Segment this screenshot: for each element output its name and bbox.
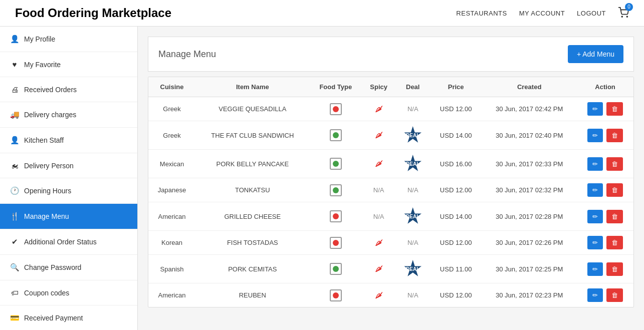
menu-table: CuisineItem NameFood TypeSpicyDealPriceC… — [148, 77, 633, 307]
coupon-codes-icon: 🏷 — [10, 288, 19, 297]
cell-action: ✏ 🗑 — [577, 121, 633, 150]
delivery-charges-icon: 🚚 — [10, 110, 19, 119]
add-menu-button[interactable]: + Add Menu — [568, 45, 623, 63]
cell-action: ✏ 🗑 — [577, 97, 633, 121]
edit-button[interactable]: ✏ — [587, 236, 603, 249]
sidebar-item-received-payment[interactable]: 💳 Received Payment — [0, 305, 137, 330]
na-deal: N/A — [407, 105, 418, 113]
cell-cuisine: Greek — [148, 121, 195, 150]
edit-button[interactable]: ✏ — [587, 288, 603, 302]
chili-icon: 🌶 — [375, 131, 383, 139]
sidebar-item-delivery-charges[interactable]: 🚚 Delivery charges — [0, 102, 137, 128]
cell-spicy: 🌶 — [362, 97, 395, 121]
sidebar-item-label: My Profile — [24, 35, 55, 43]
cell-food-type — [310, 97, 362, 121]
cell-item-name: PORK CEMITAS — [195, 255, 310, 283]
delete-button[interactable]: 🗑 — [606, 236, 623, 249]
delete-button[interactable]: 🗑 — [606, 210, 623, 223]
deal-badge: DEAL — [404, 126, 422, 144]
my-profile-icon: 👤 — [10, 35, 19, 44]
edit-button[interactable]: ✏ — [587, 129, 603, 142]
col-cuisine: Cuisine — [148, 77, 195, 97]
cell-item-name: TONKATSU — [195, 178, 310, 202]
edit-button[interactable]: ✏ — [587, 157, 603, 171]
sidebar-item-delivery-person[interactable]: 🏍 Delivery Person — [0, 153, 137, 178]
table-body: GreekVEGGIE QUESADILLA🌶N/AUSD 12.0030 Ju… — [148, 97, 633, 307]
delete-button[interactable]: 🗑 — [606, 129, 623, 142]
sidebar-item-label: Kitchen Staff — [24, 136, 64, 144]
sidebar-item-manage-menu[interactable]: 🍴 Manage Menu — [0, 204, 137, 229]
sidebar: 👤 My Profile♥ My Favorite🖨 Received Orde… — [0, 27, 138, 330]
change-password-icon: 🔍 — [10, 263, 19, 272]
cell-item-name: THE FAT CLUB SANDWICH — [195, 121, 310, 150]
sidebar-item-label: Manage Menu — [24, 212, 69, 220]
sidebar-item-opening-hours[interactable]: 🕐 Opening Hours — [0, 178, 137, 204]
sidebar-item-label: Opening Hours — [24, 187, 71, 195]
chili-icon: 🌶 — [375, 159, 383, 168]
food-type-indicator — [330, 237, 342, 249]
cell-cuisine: Korean — [148, 231, 195, 255]
sidebar-item-my-profile[interactable]: 👤 My Profile — [0, 27, 137, 52]
delete-button[interactable]: 🗑 — [606, 288, 623, 302]
col-food-type: Food Type — [310, 77, 362, 97]
cell-created: 30 Jun, 2017 02:32 PM — [482, 178, 577, 202]
cell-price: USD 14.00 — [430, 202, 482, 231]
cell-food-type — [310, 255, 362, 283]
cell-deal: N/A — [395, 231, 430, 255]
cell-action: ✏ 🗑 — [577, 150, 633, 178]
delete-button[interactable]: 🗑 — [606, 183, 623, 197]
cell-food-type — [310, 121, 362, 150]
sidebar-item-coupon-codes[interactable]: 🏷 Coupon codes — [0, 280, 137, 305]
cart-icon-wrap[interactable]: 0 — [618, 7, 629, 20]
cell-item-name: REUBEN — [195, 283, 310, 307]
cell-created: 30 Jun, 2017 02:28 PM — [482, 202, 577, 231]
cell-price: USD 16.00 — [430, 150, 482, 178]
sidebar-item-my-favorite[interactable]: ♥ My Favorite — [0, 52, 137, 77]
sidebar-item-change-password[interactable]: 🔍 Change Password — [0, 255, 137, 280]
delete-button[interactable]: 🗑 — [606, 157, 623, 171]
cart-badge: 0 — [625, 3, 633, 11]
sidebar-item-kitchen-staff[interactable]: 👤 Kitchen Staff — [0, 128, 137, 153]
cell-price: USD 11.00 — [430, 255, 482, 283]
edit-button[interactable]: ✏ — [587, 210, 603, 223]
table-row: MexicanPORK BELLY PANCAKE🌶DEALUSD 16.003… — [148, 150, 633, 178]
cell-spicy: 🌶 — [362, 231, 395, 255]
na-deal: N/A — [407, 291, 418, 299]
cell-spicy: N/A — [362, 202, 395, 231]
chili-icon: 🌶 — [375, 105, 383, 113]
cell-action: ✏ 🗑 — [577, 283, 633, 307]
nav-my-account[interactable]: MY ACCOUNT — [519, 10, 565, 17]
cell-deal: N/A — [395, 178, 430, 202]
sidebar-item-received-orders[interactable]: 🖨 Received Orders — [0, 77, 137, 102]
edit-button[interactable]: ✏ — [587, 262, 603, 276]
food-type-indicator — [330, 263, 342, 275]
sidebar-item-label: Change Password — [24, 263, 81, 271]
cell-cuisine: Japanese — [148, 178, 195, 202]
cell-deal: N/A — [395, 97, 430, 121]
cell-cuisine: American — [148, 283, 195, 307]
col-action: Action — [577, 77, 633, 97]
site-logo: Food Ordering Marketplace — [15, 6, 171, 20]
cell-price: USD 12.00 — [430, 231, 482, 255]
cell-price: USD 12.00 — [430, 97, 482, 121]
edit-button[interactable]: ✏ — [587, 183, 603, 197]
table-row: AmericanREUBEN🌶N/AUSD 12.0030 Jun, 2017 … — [148, 283, 633, 307]
cell-spicy: 🌶 — [362, 283, 395, 307]
cell-created: 30 Jun, 2017 02:25 PM — [482, 255, 577, 283]
sidebar-item-additional-order-status[interactable]: ✔ Additional Order Status — [0, 229, 137, 255]
nav-restaurants[interactable]: RESTAURANTS — [456, 10, 507, 17]
cell-created: 30 Jun, 2017 02:23 PM — [482, 283, 577, 307]
delete-button[interactable]: 🗑 — [606, 102, 623, 116]
cell-deal: N/A — [395, 283, 430, 307]
additional-order-status-icon: ✔ — [10, 237, 19, 246]
delete-button[interactable]: 🗑 — [606, 262, 623, 276]
col-created: Created — [482, 77, 577, 97]
edit-button[interactable]: ✏ — [587, 102, 603, 116]
nav-logout[interactable]: LOGOUT — [577, 10, 606, 17]
cell-deal: DEAL — [395, 150, 430, 178]
na-spicy: N/A — [373, 186, 384, 194]
sidebar-item-label: Coupon codes — [24, 289, 69, 297]
cell-food-type — [310, 178, 362, 202]
cell-action: ✏ 🗑 — [577, 202, 633, 231]
col-price: Price — [430, 77, 482, 97]
